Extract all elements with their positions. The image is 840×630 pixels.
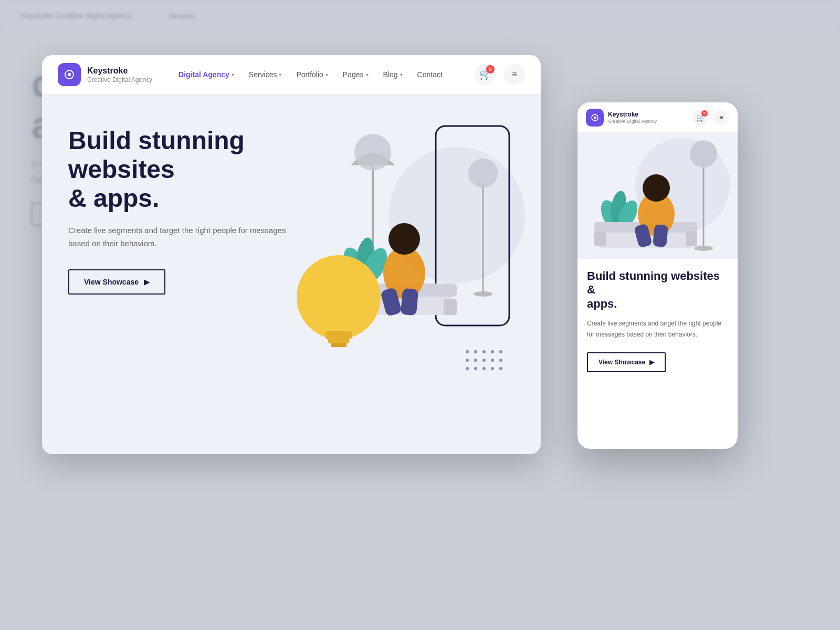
mobile-logo-icon <box>586 109 604 127</box>
svg-point-26 <box>499 350 502 353</box>
chevron-down-icon: ▾ <box>232 72 234 78</box>
view-showcase-button[interactable]: View Showcase ▶ <box>68 269 165 295</box>
bg-nav-services: Services <box>169 12 195 20</box>
cart-button[interactable]: 🛒 0 <box>475 64 496 85</box>
mobile-nav-right: 🛒 0 ≡ <box>692 110 729 125</box>
svg-point-27 <box>466 359 469 362</box>
mobile-arrow-icon: ▶ <box>649 359 654 366</box>
nav-links: Digital Agency ▾ Services ▾ Portfolio ▾ … <box>173 67 475 82</box>
nav-contact[interactable]: Contact <box>412 67 448 82</box>
nav-pages[interactable]: Pages ▾ <box>338 67 374 82</box>
mobile-logo-tagline: Creative Digital Agency <box>608 119 657 124</box>
svg-rect-40 <box>331 343 346 347</box>
desktop-nav: Keystroke Creative Digital Agency Digita… <box>42 55 541 94</box>
cart-badge: 0 <box>486 65 495 74</box>
svg-point-47 <box>690 140 717 167</box>
svg-point-8 <box>474 291 492 297</box>
svg-point-1 <box>68 73 71 76</box>
desktop-hero: Build stunning websites & apps. Create l… <box>42 94 541 454</box>
svg-rect-17 <box>444 299 457 315</box>
mobile-hero-content: Build stunning websites & apps. Create l… <box>578 259 738 383</box>
desktop-card: Keystroke Creative Digital Agency Digita… <box>42 55 541 454</box>
logo[interactable]: Keystroke Creative Digital Agency <box>58 63 152 86</box>
nav-digital-agency[interactable]: Digital Agency ▾ <box>173 67 239 82</box>
svg-point-6 <box>354 134 391 171</box>
mobile-card: Keystroke Creative Digital Agency 🛒 0 ≡ <box>578 102 738 449</box>
svg-point-28 <box>474 359 477 362</box>
logo-text: Keystroke Creative Digital Agency <box>87 66 152 83</box>
svg-rect-55 <box>686 232 697 246</box>
bg-brand: Keystroke Creative Digital Agency <box>21 12 132 20</box>
logo-name: Keystroke <box>87 66 152 76</box>
chevron-down-icon: ▾ <box>400 72 403 78</box>
mobile-logo[interactable]: Keystroke Creative Digital Agency <box>586 109 657 127</box>
svg-point-24 <box>482 350 486 353</box>
svg-rect-39 <box>328 338 349 343</box>
svg-point-23 <box>474 350 477 353</box>
menu-button[interactable]: ≡ <box>504 64 525 85</box>
mobile-cart-button[interactable]: 🛒 0 <box>692 110 708 125</box>
hero-illustration <box>320 110 520 383</box>
svg-point-34 <box>482 367 486 370</box>
mobile-logo-text: Keystroke Creative Digital Agency <box>608 111 657 123</box>
svg-rect-59 <box>653 224 668 247</box>
hero-heading: Build stunning websites & apps. <box>68 126 341 213</box>
mobile-hero-image <box>578 133 738 259</box>
svg-point-22 <box>466 350 469 353</box>
nav-blog[interactable]: Blog ▾ <box>378 67 408 82</box>
bg-nav-items: Services <box>169 12 195 20</box>
chevron-down-icon: ▾ <box>279 72 281 78</box>
svg-point-9 <box>468 159 498 188</box>
svg-point-42 <box>594 116 596 119</box>
logo-icon <box>58 63 81 86</box>
hero-text-block: Build stunning websites & apps. Create l… <box>68 126 341 295</box>
svg-rect-21 <box>401 288 418 316</box>
svg-point-57 <box>643 174 670 202</box>
mobile-view-showcase-button[interactable]: View Showcase ▶ <box>587 352 666 372</box>
nav-services[interactable]: Services ▾ <box>244 67 287 82</box>
arrow-icon: ▶ <box>144 278 150 286</box>
chevron-down-icon: ▾ <box>366 72 369 78</box>
svg-point-32 <box>466 367 469 370</box>
nav-portfolio[interactable]: Portfolio ▾ <box>291 67 333 82</box>
bg-nav: Keystroke Creative Digital Agency Servic… <box>0 0 840 32</box>
mobile-cart-badge: 0 <box>701 110 708 117</box>
svg-point-29 <box>482 359 486 362</box>
mobile-hero-subtitle: Create live segments and target the righ… <box>587 318 728 340</box>
mobile-nav: Keystroke Creative Digital Agency 🛒 0 ≡ <box>578 102 738 133</box>
svg-rect-54 <box>594 232 606 246</box>
chevron-down-icon: ▾ <box>326 72 328 78</box>
svg-rect-38 <box>326 331 352 339</box>
svg-point-33 <box>474 367 477 370</box>
logo-tagline: Creative Digital Agency <box>87 76 152 83</box>
nav-right: 🛒 0 ≡ <box>475 64 525 85</box>
svg-point-46 <box>694 246 713 251</box>
mobile-hero-heading: Build stunning websites & apps. <box>587 269 728 311</box>
mobile-logo-name: Keystroke <box>608 111 657 118</box>
svg-point-31 <box>499 359 502 362</box>
svg-point-36 <box>499 367 502 370</box>
hero-subtitle: Create live segments and target the righ… <box>68 224 289 250</box>
svg-point-35 <box>491 367 494 370</box>
svg-point-30 <box>491 359 494 362</box>
svg-point-25 <box>491 350 494 353</box>
mobile-menu-button[interactable]: ≡ <box>713 110 729 125</box>
